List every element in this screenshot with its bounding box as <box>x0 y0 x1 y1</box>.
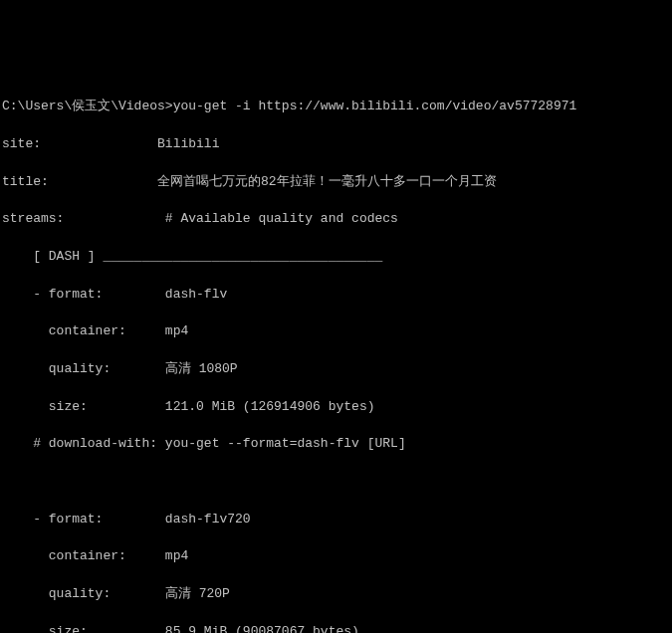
size-label: size: <box>2 624 88 633</box>
format-0-format: - format: dash-flv <box>2 286 670 305</box>
size-label: size: <box>2 399 88 414</box>
format-1-quality: quality: 高清 720P <box>2 585 670 604</box>
size-value: 85.9 MiB (90087067 bytes) <box>165 624 359 633</box>
format-0-size: size: 121.0 MiB (126914906 bytes) <box>2 398 670 417</box>
site-label: site: <box>2 136 41 151</box>
format-0-quality: quality: 高清 1080P <box>2 360 670 379</box>
format-label: - format: <box>2 287 103 302</box>
container-label: container: <box>2 323 126 338</box>
format-value: dash-flv720 <box>165 512 251 527</box>
format-0-container: container: mp4 <box>2 322 670 341</box>
container-value: mp4 <box>165 323 188 338</box>
streams-line: streams: # Available quality and codecs <box>2 210 670 229</box>
size-value: 121.0 MiB (126914906 bytes) <box>165 399 375 414</box>
quality-label: quality: <box>2 586 111 601</box>
title-value: 全网首喝七万元的82年拉菲！一毫升八十多一口一个月工资 <box>157 174 497 189</box>
blank <box>2 473 670 492</box>
quality-label: quality: <box>2 361 111 376</box>
quality-value: 高清 720P <box>165 586 230 601</box>
container-value: mp4 <box>165 548 188 563</box>
terminal-output: C:\Users\侯玉文\Videos>you-get -i https://w… <box>2 79 670 633</box>
format-1-size: size: 85.9 MiB (90087067 bytes) <box>2 623 670 633</box>
download-value: you-get --format=dash-flv [URL] <box>165 436 406 451</box>
streams-value: # Available quality and codecs <box>165 211 398 226</box>
prompt-line-1: C:\Users\侯玉文\Videos>you-get -i https://w… <box>2 98 670 116</box>
format-0-download: # download-with: you-get --format=dash-f… <box>2 435 670 454</box>
format-1-format: - format: dash-flv720 <box>2 511 670 529</box>
site-line-1: site: Bilibili <box>2 135 670 154</box>
command-1: you-get -i https://www.bilibili.com/vide… <box>173 99 577 113</box>
title-label: title: <box>2 174 49 189</box>
download-label: # download-with: <box>2 436 157 451</box>
streams-label: streams: <box>2 211 64 226</box>
prompt-1: C:\Users\侯玉文\Videos> <box>2 99 173 113</box>
format-1-container: container: mp4 <box>2 547 670 566</box>
quality-value: 高清 1080P <box>165 361 238 376</box>
format-label: - format: <box>2 512 103 527</box>
format-value: dash-flv <box>165 287 227 302</box>
site-value: Bilibili <box>157 136 219 151</box>
dash-header: [ DASH ] _______________________________… <box>2 248 670 267</box>
title-line-1: title: 全网首喝七万元的82年拉菲！一毫升八十多一口一个月工资 <box>2 173 670 192</box>
container-label: container: <box>2 548 126 563</box>
